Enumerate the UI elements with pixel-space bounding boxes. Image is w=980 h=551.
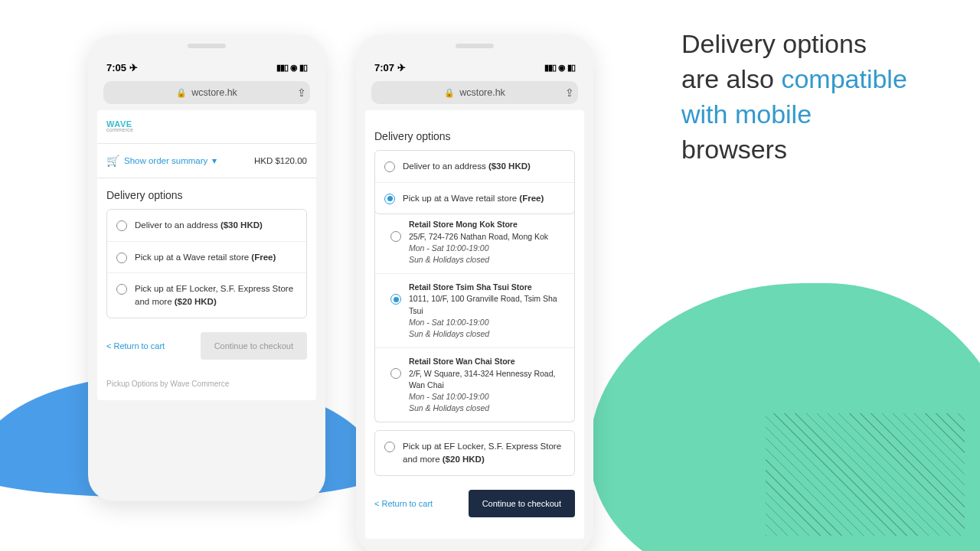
option-price: ($20 HKD) bbox=[443, 455, 485, 464]
delivery-option-retail-store[interactable]: Pick up at a Wave retail store (Free) bbox=[107, 241, 306, 273]
order-summary-label: Show order summary bbox=[124, 156, 207, 165]
continue-checkout-button-disabled: Continue to checkout bbox=[201, 332, 307, 360]
store-address: 25/F, 724-726 Nathan Road, Mong Kok bbox=[409, 231, 548, 243]
status-bar: 7:07 ✈ ▮▮▯ ◉ ▮▯ bbox=[362, 54, 587, 78]
brand-logo: WAVE commerce bbox=[106, 119, 307, 132]
signal-icon: ▮▮▯ bbox=[276, 63, 288, 73]
status-time: 7:07 bbox=[374, 62, 394, 73]
address-url: wcstore.hk bbox=[191, 87, 237, 98]
marketing-headline: Delivery options are also compatible wit… bbox=[681, 27, 919, 168]
share-icon[interactable]: ⇪ bbox=[292, 83, 312, 103]
option-price: (Free) bbox=[251, 253, 276, 262]
status-right-icons: ▮▮▯ ◉ ▮▯ bbox=[544, 63, 575, 73]
return-to-cart-link[interactable]: < Return to cart bbox=[106, 341, 165, 350]
radio-unchecked[interactable] bbox=[116, 284, 127, 295]
headline-line1: Delivery options bbox=[681, 29, 867, 58]
order-summary-toggle[interactable]: 🛒 Show order summary ▾ bbox=[106, 155, 217, 167]
location-icon: ✈ bbox=[129, 62, 138, 73]
radio-unchecked[interactable] bbox=[384, 442, 395, 452]
order-total: HKD $120.00 bbox=[254, 156, 307, 165]
store-option-tst[interactable]: Retail Store Tsim Sha Tsui Store 1011, 1… bbox=[375, 273, 574, 347]
divider bbox=[97, 178, 316, 178]
signal-icon: ▮▮▯ bbox=[544, 63, 556, 73]
battery-icon: ▮▯ bbox=[567, 63, 575, 73]
powered-by-text: Pickup Options by Wave Commerce bbox=[106, 380, 307, 388]
return-to-cart-link[interactable]: < Return to cart bbox=[374, 499, 433, 508]
delivery-option-address[interactable]: Deliver to an address ($30 HKD) bbox=[107, 210, 306, 241]
delivery-option-locker[interactable]: Pick up at EF Locker, S.F. Express Store… bbox=[375, 431, 574, 474]
checkout-screen-expanded: Delivery options Deliver to an address (… bbox=[365, 110, 584, 539]
lock-icon: 🔒 bbox=[444, 88, 455, 98]
address-url: wcstore.hk bbox=[459, 87, 505, 98]
radio-checked[interactable] bbox=[390, 294, 401, 305]
radio-checked[interactable] bbox=[384, 194, 395, 204]
headline-line3: with mobile bbox=[681, 99, 812, 129]
delivery-options-heading: Delivery options bbox=[106, 189, 307, 201]
headline-line2b: compatible bbox=[781, 64, 906, 93]
phone-speaker bbox=[456, 44, 494, 48]
chevron-down-icon: ▾ bbox=[212, 155, 217, 166]
store-name: Retail Store Mong Kok Store bbox=[409, 219, 548, 230]
store-name: Retail Store Tsim Sha Tsui Store bbox=[409, 282, 565, 293]
divider bbox=[97, 143, 316, 144]
store-list: Retail Store Mong Kok Store 25/F, 724-72… bbox=[374, 211, 575, 422]
headline-line4: browsers bbox=[681, 135, 787, 164]
share-icon[interactable]: ⇪ bbox=[560, 83, 580, 103]
cart-icon: 🛒 bbox=[106, 155, 119, 167]
wifi-icon: ◉ bbox=[290, 63, 297, 73]
store-address: 1011, 10/F, 100 Granville Road, Tsim Sha… bbox=[409, 293, 565, 316]
battery-icon: ▮▯ bbox=[299, 63, 307, 73]
status-time: 7:05 bbox=[106, 62, 126, 73]
phone-speaker bbox=[188, 44, 226, 48]
store-hours: Mon - Sat 10:00-19:00 bbox=[409, 243, 548, 254]
continue-checkout-button[interactable]: Continue to checkout bbox=[469, 490, 575, 517]
option-label: Pick up at a Wave retail store bbox=[403, 194, 519, 203]
store-address: 2/F, W Square, 314-324 Hennessy Road, Wa… bbox=[409, 368, 565, 391]
location-icon: ✈ bbox=[397, 62, 406, 73]
option-label: Deliver to an address bbox=[403, 161, 488, 171]
delivery-options-heading: Delivery options bbox=[374, 130, 575, 142]
store-option-wanchai[interactable]: Retail Store Wan Chai Store 2/F, W Squar… bbox=[375, 347, 574, 422]
option-price: (Free) bbox=[519, 194, 544, 203]
status-right-icons: ▮▮▯ ◉ ▮▯ bbox=[276, 63, 307, 73]
delivery-option-group-locker: Pick up at EF Locker, S.F. Express Store… bbox=[374, 430, 575, 475]
store-hours: Sun & Holidays closed bbox=[409, 328, 565, 340]
checkout-screen: WAVE commerce 🛒 Show order summary ▾ HKD… bbox=[97, 110, 316, 400]
option-price: ($30 HKD) bbox=[488, 161, 531, 171]
wifi-icon: ◉ bbox=[558, 63, 565, 73]
phone-mockup-right: 7:07 ✈ ▮▮▯ ◉ ▮▯ 🔒 wcstore.hk ⇪ Delivery … bbox=[356, 34, 593, 551]
delivery-option-group: Deliver to an address ($30 HKD) Pick up … bbox=[106, 209, 307, 318]
store-name: Retail Store Wan Chai Store bbox=[409, 356, 565, 367]
headline-line2a: are also bbox=[681, 64, 781, 93]
radio-unchecked[interactable] bbox=[390, 231, 401, 242]
store-hours: Mon - Sat 10:00-19:00 bbox=[409, 317, 565, 328]
radio-unchecked[interactable] bbox=[116, 220, 127, 231]
phone-mockup-left: 7:05 ✈ ▮▮▯ ◉ ▮▯ 🔒 wcstore.hk ⇪ WAVE comm… bbox=[88, 34, 325, 501]
status-bar: 7:05 ✈ ▮▮▯ ◉ ▮▯ bbox=[94, 54, 319, 78]
store-option-mongkok[interactable]: Retail Store Mong Kok Store 25/F, 724-72… bbox=[375, 211, 574, 273]
option-label: Deliver to an address bbox=[135, 220, 220, 230]
delivery-option-retail-store[interactable]: Pick up at a Wave retail store (Free) bbox=[375, 182, 574, 214]
browser-address-bar[interactable]: 🔒 wcstore.hk ⇪ bbox=[371, 81, 578, 104]
store-hours: Sun & Holidays closed bbox=[409, 254, 548, 266]
option-price: ($30 HKD) bbox=[220, 220, 263, 230]
browser-address-bar[interactable]: 🔒 wcstore.hk ⇪ bbox=[103, 81, 310, 104]
radio-unchecked[interactable] bbox=[384, 161, 395, 172]
radio-unchecked[interactable] bbox=[116, 253, 127, 263]
delivery-option-address[interactable]: Deliver to an address ($30 HKD) bbox=[375, 151, 574, 182]
store-hours: Sun & Holidays closed bbox=[409, 403, 565, 414]
option-price: ($20 HKD) bbox=[175, 297, 217, 306]
delivery-option-group: Deliver to an address ($30 HKD) Pick up … bbox=[374, 150, 575, 214]
delivery-option-locker[interactable]: Pick up at EF Locker, S.F. Express Store… bbox=[107, 272, 306, 317]
radio-unchecked[interactable] bbox=[390, 368, 401, 379]
store-hours: Mon - Sat 10:00-19:00 bbox=[409, 391, 565, 403]
lock-icon: 🔒 bbox=[176, 88, 187, 98]
option-label: Pick up at a Wave retail store bbox=[135, 253, 251, 262]
